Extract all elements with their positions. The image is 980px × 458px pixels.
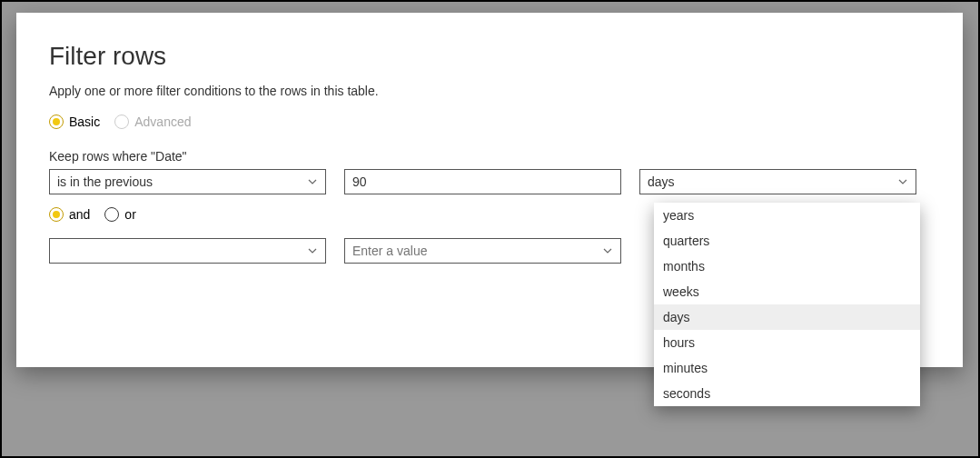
logic-or-radio[interactable]: or [104, 207, 135, 222]
unit-option-days[interactable]: days [654, 304, 920, 330]
mode-basic-label: Basic [69, 114, 100, 129]
unit-option-hours[interactable]: hours [654, 330, 920, 355]
dialog-title: Filter rows [49, 42, 930, 71]
value-input-2[interactable] [344, 238, 621, 264]
value-input-1-field[interactable] [352, 174, 613, 189]
radio-icon [104, 207, 119, 222]
logic-or-label: or [124, 207, 135, 222]
chevron-down-icon [602, 245, 613, 256]
unit-option-months[interactable]: months [654, 254, 920, 279]
unit-select-1[interactable]: days [639, 169, 916, 194]
chevron-down-icon [307, 245, 318, 256]
mode-advanced-label: Advanced [134, 114, 191, 129]
keep-rows-label: Keep rows where "Date" [49, 149, 930, 164]
radio-icon [49, 207, 64, 222]
radio-icon [49, 114, 64, 129]
radio-icon [114, 114, 129, 129]
value-input-1[interactable] [344, 169, 621, 194]
logic-and-radio[interactable]: and [49, 207, 90, 222]
filter-mode-radio-group: Basic Advanced [49, 114, 930, 129]
unit-option-weeks[interactable]: weeks [654, 279, 920, 304]
chevron-down-icon [307, 176, 318, 187]
filter-condition-row-1: is in the previous days [49, 169, 930, 194]
dialog-subtitle: Apply one or more filter conditions to t… [49, 84, 930, 98]
operator-select-1-value: is in the previous [57, 174, 153, 189]
unit-option-seconds[interactable]: seconds [654, 381, 920, 406]
chevron-down-icon [897, 176, 908, 187]
unit-option-years[interactable]: years [654, 203, 920, 228]
mode-basic-radio[interactable]: Basic [49, 114, 100, 129]
logic-and-label: and [69, 207, 90, 222]
unit-option-quarters[interactable]: quarters [654, 228, 920, 254]
operator-select-2[interactable] [49, 238, 326, 264]
unit-select-1-value: days [648, 174, 675, 189]
unit-dropdown-panel: yearsquartersmonthsweeksdayshoursminutes… [654, 203, 920, 406]
mode-advanced-radio[interactable]: Advanced [114, 114, 191, 129]
value-input-2-field[interactable] [352, 244, 613, 258]
unit-option-minutes[interactable]: minutes [654, 355, 920, 381]
operator-select-1[interactable]: is in the previous [49, 169, 326, 194]
